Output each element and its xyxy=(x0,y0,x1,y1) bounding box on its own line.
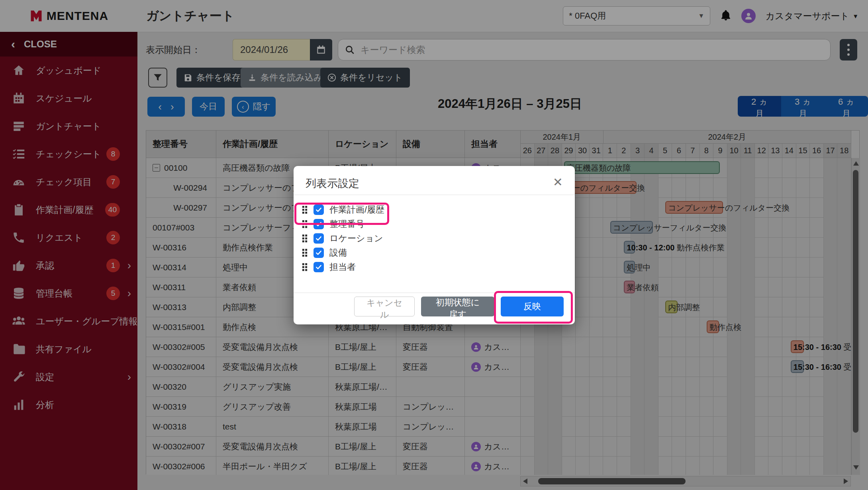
check-icon xyxy=(315,235,322,242)
column-toggle-row-4: 設備 xyxy=(302,247,384,258)
column-checkbox[interactable] xyxy=(313,233,324,244)
close-icon[interactable]: ✕ xyxy=(551,175,565,189)
column-toggle-label: 担当者 xyxy=(329,261,356,273)
column-toggle-label: 整理番号 xyxy=(329,218,364,230)
column-toggle-label: 作業計画/履歴 xyxy=(329,204,384,216)
divider xyxy=(294,293,575,293)
drag-handle-icon[interactable] xyxy=(302,248,308,257)
column-checkbox[interactable] xyxy=(313,205,324,215)
column-toggle-label: ロケーション xyxy=(329,232,383,244)
drag-handle-icon[interactable] xyxy=(302,263,308,271)
column-checkbox[interactable] xyxy=(313,248,324,258)
check-icon xyxy=(315,206,322,213)
column-toggle-row-5: 担当者 xyxy=(302,262,384,272)
column-checkbox[interactable] xyxy=(313,262,324,272)
column-toggle-row-2: 整理番号 xyxy=(302,219,384,229)
modal-title: 列表示設定 xyxy=(306,176,359,191)
drag-handle-icon[interactable] xyxy=(302,205,308,214)
apply-button[interactable]: 反映 xyxy=(501,297,564,316)
divider xyxy=(294,195,575,195)
column-checkbox[interactable] xyxy=(313,219,324,229)
check-icon xyxy=(315,264,322,271)
drag-handle-icon[interactable] xyxy=(302,234,308,243)
check-icon xyxy=(315,221,322,228)
drag-handle-icon[interactable] xyxy=(302,220,308,228)
check-icon xyxy=(315,249,322,256)
column-toggle-row-1: 作業計画/履歴 xyxy=(302,204,384,215)
column-settings-modal: 列表示設定 ✕ 作業計画/履歴 整理番号 xyxy=(294,166,575,324)
column-toggle-label: 設備 xyxy=(329,247,347,259)
column-toggle-row-3: ロケーション xyxy=(302,233,384,244)
cancel-button[interactable]: キャンセル xyxy=(354,297,415,316)
restore-defaults-button[interactable]: 初期状態に戻す xyxy=(421,297,494,316)
